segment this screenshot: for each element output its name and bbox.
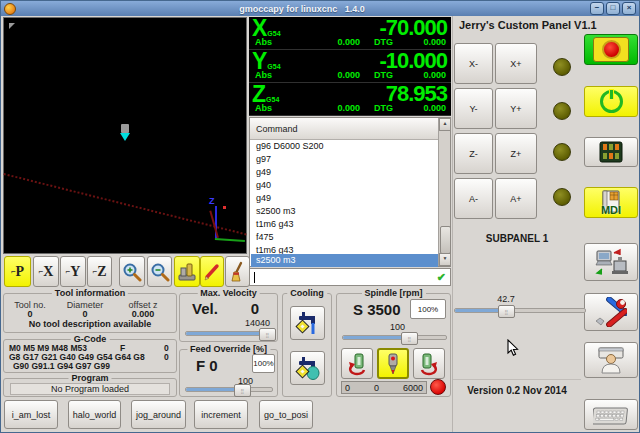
view-z-button[interactable]: ⌐ Z bbox=[87, 256, 112, 287]
scroll-up-icon[interactable]: ▲ bbox=[439, 118, 451, 131]
flood-coolant-button[interactable] bbox=[290, 306, 325, 340]
mist-coolant-button[interactable] bbox=[290, 351, 325, 385]
view-y-label: Y bbox=[70, 264, 80, 280]
jog-a-minus-button[interactable]: A- bbox=[454, 178, 493, 219]
spindle-stop-button[interactable] bbox=[377, 348, 409, 379]
feed-override-slider-handle[interactable]: ⣿ bbox=[234, 384, 251, 397]
feed-override-slider[interactable]: ⣿ bbox=[185, 387, 273, 392]
y-axis-led bbox=[553, 102, 571, 120]
vel-label: Vel. bbox=[192, 300, 218, 317]
dro-x-letter: X bbox=[252, 18, 267, 38]
estop-button[interactable] bbox=[584, 34, 638, 65]
command-row[interactable]: g49 bbox=[251, 192, 438, 205]
spindle-right-button[interactable] bbox=[413, 348, 445, 379]
macro-halo-world-button[interactable]: halo_world bbox=[68, 400, 121, 429]
max-velocity-title: Max. Velocity bbox=[197, 288, 260, 298]
clear-plot-button[interactable] bbox=[225, 256, 250, 287]
machine-tool-button[interactable] bbox=[584, 243, 638, 281]
spindle-bar-current: 0 bbox=[350, 383, 403, 393]
jog-x-plus-button[interactable]: X+ bbox=[495, 43, 537, 84]
zoom-out-button[interactable] bbox=[147, 256, 172, 287]
scroll-down-icon[interactable]: ▼ bbox=[439, 253, 451, 266]
mdi-history-list[interactable]: Command g96 D6000 S200 g97 g49 g40 g49 s… bbox=[249, 117, 451, 267]
command-row[interactable]: g97 bbox=[251, 153, 438, 166]
command-row[interactable]: f475 bbox=[251, 231, 438, 244]
command-column-header[interactable]: Command bbox=[250, 118, 439, 140]
window-title: gmoccapy for linuxcnc 1.4.0 bbox=[16, 4, 588, 14]
keyboard-icon bbox=[593, 404, 629, 426]
close-button[interactable]: × bbox=[622, 2, 636, 15]
feed-override-spinbox[interactable]: 100% bbox=[252, 354, 275, 373]
estop-icon bbox=[593, 37, 629, 62]
subpanel-slider[interactable]: ⣿ bbox=[454, 308, 586, 313]
command-row-selected[interactable]: s2500 m3 bbox=[251, 254, 438, 267]
mdi-command-entry[interactable]: ✔ bbox=[249, 268, 451, 286]
dro-x-dtg-value: 0.000 bbox=[393, 37, 446, 48]
jog-y-minus-button[interactable]: Y- bbox=[454, 88, 493, 129]
view-x-button[interactable]: ⌐ X bbox=[33, 256, 59, 287]
spindle-frame: Spindle [rpm] S 3500 100% 100 ⣿ bbox=[336, 293, 451, 397]
dro-axis-y[interactable]: Y G54 -10.000 Abs 0.000 DTG 0.000 bbox=[249, 50, 451, 83]
jog-y-plus-button[interactable]: Y+ bbox=[495, 88, 537, 129]
jog-z-minus-button[interactable]: Z- bbox=[454, 133, 493, 174]
jog-label: Z+ bbox=[511, 149, 522, 159]
view-perspective-button[interactable]: ⌐ P bbox=[4, 256, 31, 287]
command-row[interactable]: t1m6 g43 bbox=[251, 218, 438, 231]
dro-x-dtg-label: DTG bbox=[374, 37, 393, 48]
spindle-spinbox[interactable]: 100% bbox=[410, 299, 446, 319]
max-velocity-slider[interactable]: ⣿ bbox=[185, 331, 273, 336]
dro-z-dtg-value: 0.000 bbox=[393, 103, 446, 114]
command-row[interactable]: s2500 m3 bbox=[251, 205, 438, 218]
login-user-icon bbox=[595, 346, 627, 374]
macro-jog-around-button[interactable]: jog_around bbox=[131, 400, 186, 429]
program-frame: Program No Program loaded bbox=[3, 378, 177, 397]
feed-override-frame: Feed Override [%] F 0 100% 100 ⣿ bbox=[179, 349, 278, 397]
spindle-slider[interactable]: ⣿ bbox=[342, 335, 447, 340]
x-axis-led bbox=[553, 58, 571, 76]
macro-i-am-lost-button[interactable]: i_am_lost bbox=[4, 400, 58, 429]
command-scrollbar[interactable]: ▲ ▼ bbox=[438, 118, 450, 266]
edit-offsets-button[interactable] bbox=[200, 256, 224, 287]
jog-a-plus-button[interactable]: A+ bbox=[495, 178, 537, 219]
spindle-left-button[interactable] bbox=[341, 348, 373, 379]
zoom-in-button[interactable] bbox=[119, 256, 145, 287]
subpanel-slider-handle[interactable]: ⣿ bbox=[498, 305, 515, 318]
macro-go-to-posi-button[interactable]: go_to_posi bbox=[259, 400, 313, 429]
view-y-button[interactable]: ⌐ Y bbox=[60, 256, 86, 287]
cooling-frame: Cooling bbox=[282, 293, 332, 397]
offset-page-button[interactable] bbox=[584, 137, 638, 167]
spindle-cw-icon bbox=[417, 352, 441, 376]
flood-coolant-icon bbox=[295, 310, 321, 336]
scrollbar-thumb[interactable] bbox=[440, 226, 451, 254]
mdi-button[interactable]: MDI bbox=[584, 187, 638, 218]
machine-on-button[interactable] bbox=[584, 86, 638, 117]
tool-measure-button[interactable] bbox=[174, 256, 200, 287]
title-bar[interactable]: gmoccapy for linuxcnc 1.4.0 − □ × bbox=[1, 1, 639, 16]
spindle-slider-handle[interactable]: ⣿ bbox=[401, 332, 418, 345]
dro-x-abs-label: Abs bbox=[255, 37, 272, 48]
magnifier-minus-icon bbox=[150, 262, 170, 282]
settings-tools-button[interactable] bbox=[584, 293, 638, 331]
maximize-button[interactable]: □ bbox=[606, 2, 620, 15]
macro-increment-button[interactable]: increment bbox=[194, 400, 248, 429]
jog-label: Z- bbox=[469, 149, 478, 159]
command-row[interactable]: g49 bbox=[251, 166, 438, 179]
minimize-button[interactable]: − bbox=[590, 2, 604, 15]
user-login-button[interactable] bbox=[584, 342, 638, 378]
view-x-label: X bbox=[43, 264, 53, 280]
gremlin-preview[interactable]: Z bbox=[3, 17, 247, 254]
tool-information-title: Tool information bbox=[52, 288, 128, 298]
app-icon bbox=[4, 3, 16, 15]
z-axis-led bbox=[553, 143, 571, 161]
command-row[interactable]: g96 D6000 S200 bbox=[251, 140, 438, 153]
dro-axis-z[interactable]: Z G54 78.953 Abs 0.000 DTG 0.000 bbox=[249, 83, 451, 116]
max-velocity-slider-handle[interactable]: ⣿ bbox=[259, 328, 276, 341]
dro-y-letter: Y bbox=[252, 51, 267, 71]
virtual-keyboard-button[interactable] bbox=[584, 399, 638, 430]
jog-x-minus-button[interactable]: X- bbox=[454, 43, 493, 84]
jog-z-plus-button[interactable]: Z+ bbox=[495, 133, 537, 174]
axis-triad: Z bbox=[199, 196, 245, 246]
program-title: Program bbox=[68, 373, 111, 383]
dro-axis-x[interactable]: X G54 -70.000 Abs 0.000 DTG 0.000 bbox=[249, 17, 451, 50]
command-row[interactable]: g40 bbox=[251, 179, 438, 192]
